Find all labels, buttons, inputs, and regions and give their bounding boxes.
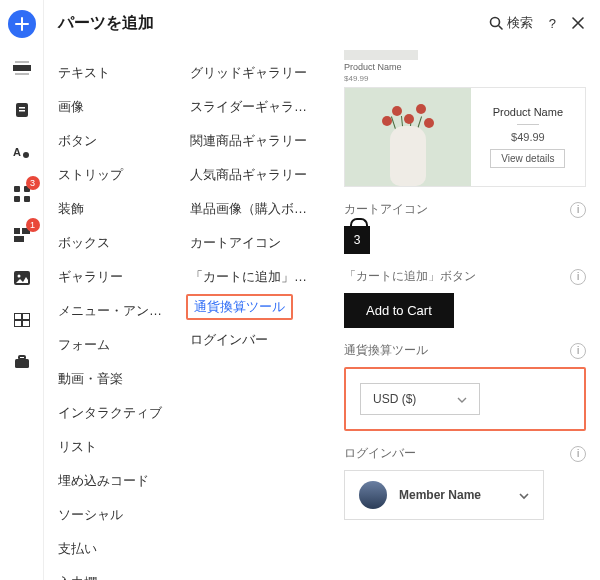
search-button[interactable]: 検索 <box>485 10 537 36</box>
add-panel: パーツを追加 検索 ? テキスト 画像 ボタン ストリップ 装飾 ボックス ギャ… <box>44 0 600 580</box>
sub-related-gallery[interactable]: 関連商品ギャラリー <box>176 124 330 158</box>
rail-item-business[interactable] <box>10 350 34 374</box>
sub-add-to-cart[interactable]: 「カートに追加」ボ... <box>176 260 330 294</box>
chevron-down-icon <box>519 490 529 500</box>
currency-highlight: USD ($) <box>344 367 586 431</box>
badge-sections2: 1 <box>26 218 40 232</box>
cart-icon-preview[interactable]: 3 <box>344 226 370 254</box>
cat-text[interactable]: テキスト <box>44 56 176 90</box>
cat-gallery[interactable]: ギャラリー <box>44 260 176 294</box>
plus-icon <box>15 17 29 31</box>
tiny-product-image <box>344 50 418 60</box>
chevron-down-icon <box>457 394 467 404</box>
svg-point-22 <box>490 18 499 27</box>
left-rail: A 3 1 <box>0 0 44 580</box>
sub-cart-icon[interactable]: カートアイコン <box>176 226 330 260</box>
preview-column: Product Name $49.99 Product Name $49.99 … <box>330 50 600 580</box>
info-icon[interactable]: i <box>570 343 586 359</box>
login-section-label: ログインバー <box>344 445 416 462</box>
sub-login-bar[interactable]: ログインバー <box>176 323 330 357</box>
search-label: 検索 <box>507 14 533 32</box>
rail-item-apps[interactable]: 3 <box>10 182 34 206</box>
panel-header: パーツを追加 検索 ? <box>44 0 600 50</box>
help-icon: ? <box>549 16 556 31</box>
cat-menu-anchor[interactable]: メニュー・アンカー <box>44 294 176 328</box>
help-button[interactable]: ? <box>545 12 560 35</box>
page-icon <box>15 102 29 118</box>
sub-slider-gallery[interactable]: スライダーギャラリー <box>176 90 330 124</box>
cat-interactive[interactable]: インタラクティブ <box>44 396 176 430</box>
tiny-product-card[interactable]: Product Name $49.99 <box>344 50 586 83</box>
svg-rect-0 <box>13 65 31 71</box>
sub-popular-gallery[interactable]: 人気商品ギャラリー <box>176 158 330 192</box>
login-bar-preview[interactable]: Member Name <box>344 470 544 520</box>
sections-icon <box>13 61 31 75</box>
svg-text:A: A <box>13 146 21 158</box>
svg-point-7 <box>23 152 29 158</box>
panel-title: パーツを追加 <box>58 13 477 34</box>
currency-value: USD ($) <box>373 392 416 406</box>
svg-rect-20 <box>15 359 29 368</box>
badge-apps: 3 <box>26 176 40 190</box>
rail-item-design[interactable]: A <box>10 140 34 164</box>
svg-rect-2 <box>15 73 29 75</box>
cat-strip[interactable]: ストリップ <box>44 158 176 192</box>
tiny-product-price: $49.99 <box>344 74 586 83</box>
info-icon[interactable]: i <box>570 446 586 462</box>
cat-form[interactable]: フォーム <box>44 328 176 362</box>
close-button[interactable] <box>568 13 588 33</box>
category-list: テキスト 画像 ボタン ストリップ 装飾 ボックス ギャラリー メニュー・アンカ… <box>44 50 176 580</box>
divider <box>517 124 539 125</box>
layout-icon <box>14 228 30 244</box>
cat-input[interactable]: 入力欄 <box>44 566 176 580</box>
subcategory-list: グリッドギャラリー スライダーギャラリー 関連商品ギャラリー 人気商品ギャラリー… <box>176 50 330 580</box>
sub-single-image[interactable]: 単品画像（購入ボタ... <box>176 192 330 226</box>
member-name: Member Name <box>399 488 507 502</box>
sub-grid-gallery[interactable]: グリッドギャラリー <box>176 56 330 90</box>
avatar <box>359 481 387 509</box>
design-icon: A <box>13 144 31 160</box>
svg-rect-11 <box>24 196 30 202</box>
svg-rect-14 <box>14 236 24 242</box>
currency-section-label: 通貨換算ツール <box>344 342 428 359</box>
product-name: Product Name <box>493 106 563 118</box>
svg-rect-1 <box>15 61 29 63</box>
image-icon <box>14 271 30 285</box>
add-to-cart-button[interactable]: Add to Cart <box>344 293 454 328</box>
cat-embed[interactable]: 埋め込みコード <box>44 464 176 498</box>
cat-video-music[interactable]: 動画・音楽 <box>44 362 176 396</box>
grid-icon <box>14 313 30 327</box>
view-details-button[interactable]: View details <box>490 149 565 168</box>
info-icon[interactable]: i <box>570 202 586 218</box>
svg-rect-21 <box>19 356 25 359</box>
cat-payment[interactable]: 支払い <box>44 532 176 566</box>
rail-item-sections2[interactable]: 1 <box>10 224 34 248</box>
cat-decorative[interactable]: 装飾 <box>44 192 176 226</box>
svg-rect-4 <box>19 107 25 109</box>
rail-item-sections[interactable] <box>10 56 34 80</box>
cat-list[interactable]: リスト <box>44 430 176 464</box>
info-icon[interactable]: i <box>570 269 586 285</box>
search-icon <box>489 16 503 30</box>
svg-rect-12 <box>14 228 20 234</box>
add-button[interactable] <box>8 10 36 38</box>
cat-social[interactable]: ソーシャル <box>44 498 176 532</box>
close-icon <box>572 17 584 29</box>
rail-item-data[interactable] <box>10 308 34 332</box>
sub-currency-tool[interactable]: 通貨換算ツール <box>186 294 293 320</box>
svg-rect-10 <box>14 196 20 202</box>
rail-item-media[interactable] <box>10 266 34 290</box>
rail-item-page[interactable] <box>10 98 34 122</box>
cart-count: 3 <box>344 226 370 254</box>
cat-box[interactable]: ボックス <box>44 226 176 260</box>
product-info: Product Name $49.99 View details <box>471 88 585 186</box>
cart-icon-section-label: カートアイコン <box>344 201 428 218</box>
apps-icon <box>14 186 30 202</box>
product-gallery-card[interactable]: Product Name $49.99 View details <box>344 87 586 187</box>
tiny-product-name: Product Name <box>344 62 586 72</box>
cat-button[interactable]: ボタン <box>44 124 176 158</box>
cat-image[interactable]: 画像 <box>44 90 176 124</box>
currency-select[interactable]: USD ($) <box>360 383 480 415</box>
svg-line-23 <box>499 26 502 29</box>
svg-rect-5 <box>19 110 25 112</box>
